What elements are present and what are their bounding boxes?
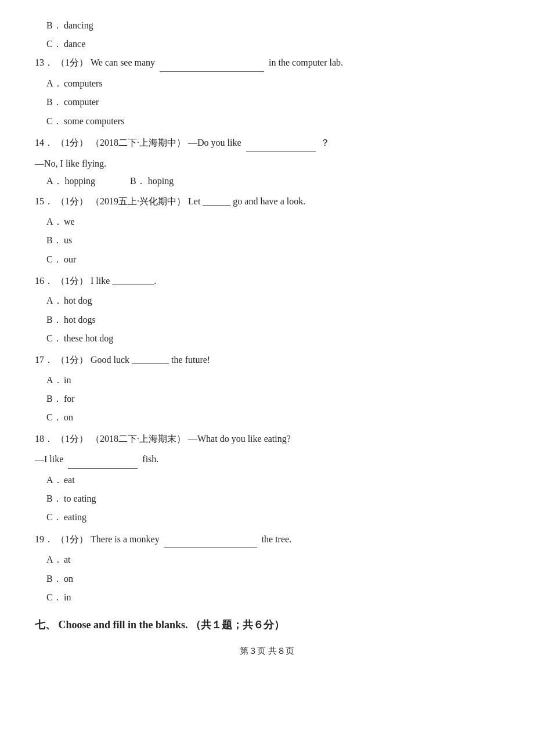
option-text: at — [64, 552, 71, 567]
q14-number: 14． — [35, 138, 53, 147]
q14-stem: 14． （1分） （2018二下·上海期中） —Do you like ？ — [35, 135, 499, 152]
q16-option-a: A． hot dog — [35, 293, 499, 308]
q14-text-after: ？ — [320, 138, 330, 147]
q16-option-c: C． these hot dog — [35, 330, 499, 346]
q14-blank — [246, 135, 316, 152]
question-13: 13． （1分） We can see many in the computer… — [35, 55, 499, 128]
q18-option-b: B． to eating — [35, 491, 499, 506]
q13-option-a: A． computers — [35, 75, 499, 91]
q17-option-b: B． for — [35, 391, 499, 406]
q17-stem: 17． （1分） Good luck ________ the future! — [35, 352, 499, 369]
q15-context: （2019五上·兴化期中） — [91, 196, 186, 206]
option-text: our — [64, 251, 76, 267]
section-score: （共１题；共６分） — [190, 619, 284, 631]
q18-context: （2018二下·上海期末） — [91, 434, 186, 444]
question-14: 14． （1分） （2018二下·上海期中） —Do you like ？ —N… — [35, 135, 499, 188]
q14-text-before: —Do you like — [188, 138, 241, 147]
q14-score: （1分） — [56, 138, 88, 147]
q15-option-c: C． our — [35, 251, 499, 267]
q14-response: —No, I like flying. — [35, 156, 499, 172]
q14-response-text: —No, I like flying. — [35, 159, 106, 168]
q17-option-a: A． in — [35, 372, 499, 388]
option-text: some computers — [64, 113, 124, 129]
q13-blank — [160, 55, 264, 72]
q18-text: —What do you like eating? — [188, 434, 291, 444]
q19-stem: 19． （1分） There is a monkey the tree. — [35, 531, 499, 549]
section-number: 七、 — [35, 619, 56, 631]
q19-number: 19． — [35, 534, 53, 544]
q18-response-after: fish. — [142, 454, 158, 464]
page-content: B． dancing C． dance 13． （1分） We can see … — [35, 17, 499, 657]
option-text: eating — [64, 509, 86, 525]
option-text: we — [64, 214, 75, 229]
q17-score: （1分） — [56, 355, 88, 365]
option-text: dance — [64, 36, 85, 52]
q15-option-a: A． we — [35, 214, 499, 229]
section-seven-title: 七、 Choose and fill in the blanks. （共１题；共… — [35, 615, 499, 634]
q18-option-c: C． eating — [35, 509, 499, 525]
q14-option-a: A． hopping — [46, 175, 95, 188]
q14-options-row: A． hopping B． hoping — [35, 175, 499, 188]
q19-option-c: C． in — [35, 589, 499, 605]
option-text: computer — [64, 94, 99, 110]
q19-text-after: the tree. — [262, 534, 292, 544]
question-19: 19． （1分） There is a monkey the tree. A． … — [35, 531, 499, 605]
option-letter: C． — [46, 36, 64, 52]
q15-text: Let ______ go and have a look. — [188, 196, 305, 206]
q15-score: （1分） — [56, 196, 88, 206]
option-text: eat — [64, 472, 75, 488]
q17-text: Good luck ________ the future! — [91, 355, 210, 365]
q13-text-after: in the computer lab. — [269, 57, 343, 67]
option-text: hot dogs — [64, 312, 96, 327]
q18-stem: 18． （1分） （2018二下·上海期末） —What do you like… — [35, 431, 499, 448]
q19-blank — [164, 531, 257, 549]
option-text: on — [64, 409, 73, 425]
q16-text: I like _________. — [91, 276, 156, 286]
option-text: hoping — [148, 176, 174, 186]
option-b-dancing: B． dancing — [35, 17, 499, 33]
q18-response-before: —I like — [35, 454, 63, 464]
q14-context: （2018二下·上海期中） — [91, 138, 186, 147]
option-text: us — [64, 232, 72, 248]
q13-option-c: C． some computers — [35, 113, 499, 129]
q18-option-a: A． eat — [35, 472, 499, 488]
option-letter: B． — [46, 17, 64, 33]
q13-score: （1分） — [56, 57, 88, 67]
option-text: hopping — [65, 176, 95, 186]
q13-text-before: We can see many — [91, 57, 155, 67]
q15-option-b: B． us — [35, 232, 499, 248]
option-text: to eating — [64, 491, 96, 506]
option-text: computers — [64, 75, 103, 91]
q18-blank — [68, 451, 138, 469]
page-footer: 第３页 共８页 — [35, 646, 499, 657]
question-16: 16． （1分） I like _________. A． hot dog B．… — [35, 273, 499, 346]
q18-response: —I like fish. — [35, 451, 499, 469]
option-text: hot dog — [64, 293, 92, 308]
q13-stem: 13． （1分） We can see many in the computer… — [35, 55, 499, 72]
q13-number: 13． — [35, 57, 53, 67]
q18-score: （1分） — [56, 434, 88, 444]
q19-option-a: A． at — [35, 552, 499, 567]
q19-score: （1分） — [56, 534, 88, 544]
option-text: for — [64, 391, 75, 406]
question-15: 15． （1分） （2019五上·兴化期中） Let ______ go and… — [35, 193, 499, 267]
q16-score: （1分） — [56, 276, 88, 286]
option-text: dancing — [64, 17, 93, 33]
option-text: on — [64, 571, 73, 586]
q17-number: 17． — [35, 355, 53, 365]
q19-option-b: B． on — [35, 571, 499, 586]
q14-option-b: B． hoping — [130, 175, 174, 188]
section-title-text: Choose and fill in the blanks. — [59, 619, 188, 631]
option-text: these hot dog — [64, 330, 113, 346]
q15-stem: 15． （1分） （2019五上·兴化期中） Let ______ go and… — [35, 193, 499, 210]
q16-stem: 16． （1分） I like _________. — [35, 273, 499, 290]
q18-number: 18． — [35, 434, 53, 444]
footer-text: 第３页 共８页 — [240, 646, 294, 656]
q16-number: 16． — [35, 276, 53, 286]
q16-option-b: B． hot dogs — [35, 312, 499, 327]
option-c-dance: C． dance — [35, 36, 499, 52]
q15-number: 15． — [35, 196, 53, 206]
q13-option-b: B． computer — [35, 94, 499, 110]
option-text: in — [64, 589, 71, 605]
option-text: in — [64, 372, 71, 388]
